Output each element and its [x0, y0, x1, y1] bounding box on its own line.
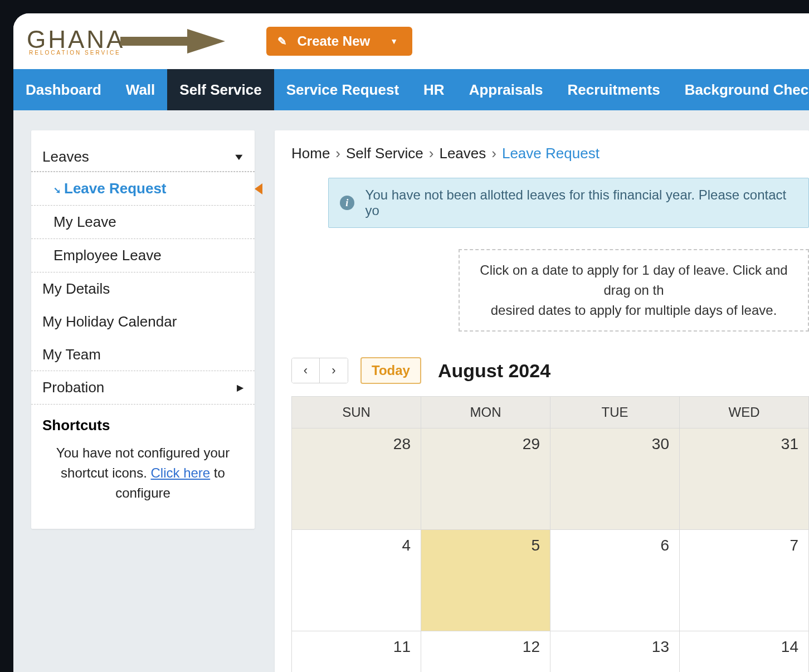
calendar-header: ‹ › Today August 2024: [291, 357, 809, 384]
breadcrumb-sep: ›: [491, 145, 496, 162]
calendar-cell[interactable]: 30: [550, 428, 680, 529]
calendar-day-header: TUE: [550, 397, 680, 428]
sidebar-section-leaves[interactable]: Leaves ▼: [31, 144, 255, 172]
breadcrumb-sep: ›: [335, 145, 340, 162]
calendar-cell-today[interactable]: 5: [421, 529, 550, 631]
sidebar-item-my-details[interactable]: My Details: [31, 272, 255, 305]
sidebar-item-label: Probation: [42, 379, 104, 396]
calendar-week-row: 4 5 6 7: [292, 529, 809, 631]
breadcrumb-sep: ›: [429, 145, 434, 162]
nav-recruitments[interactable]: Recruitments: [555, 69, 672, 110]
nav-wall[interactable]: Wall: [114, 69, 167, 110]
nav-self-service[interactable]: Self Service: [167, 69, 274, 110]
calendar-cell[interactable]: 12: [421, 631, 550, 672]
info-icon: i: [340, 196, 354, 210]
caret-down-icon: ▼: [390, 37, 398, 46]
calendar-cell[interactable]: 29: [421, 428, 550, 529]
calendar-header-row: SUN MON TUE WED: [292, 397, 809, 428]
calendar-next-button[interactable]: ›: [320, 358, 348, 383]
hint-box: Click on a date to apply for 1 day of le…: [459, 249, 809, 332]
logo-text: GHANA: [27, 27, 125, 52]
calendar-day-header: MON: [421, 397, 550, 428]
calendar-day-header: WED: [680, 397, 809, 428]
calendar-cell[interactable]: 6: [550, 529, 680, 631]
pencil-icon: ✎: [277, 35, 287, 48]
breadcrumb-self-service[interactable]: Self Service: [346, 145, 423, 162]
calendar-grid: SUN MON TUE WED 28 29 30 31 4 5 6 7: [291, 396, 809, 672]
nav-background-check[interactable]: Background Check: [672, 69, 809, 110]
caret-down-icon: ▼: [233, 152, 245, 162]
navbar: Dashboard Wall Self Service Service Requ…: [13, 69, 809, 110]
calendar-week-row: 28 29 30 31: [292, 428, 809, 529]
sidebar-shortcuts-title: Shortcuts: [31, 405, 255, 440]
breadcrumb: Home › Self Service › Leaves › Leave Req…: [291, 145, 809, 162]
breadcrumb-leaves[interactable]: Leaves: [439, 145, 486, 162]
calendar-cell[interactable]: 7: [680, 529, 809, 631]
sidebar: Leaves ▼ ➘Leave Request My Leave Employe…: [31, 130, 255, 529]
calendar-nav: ‹ ›: [291, 358, 348, 383]
calendar-cell[interactable]: 28: [292, 428, 421, 529]
sidebar-item-leave-request[interactable]: ➘Leave Request: [31, 172, 255, 206]
arrow-diag-icon: ➘: [53, 185, 61, 196]
breadcrumb-home[interactable]: Home: [291, 145, 330, 162]
calendar-cell[interactable]: 11: [292, 631, 421, 672]
hint-line: desired dates to apply for multiple days…: [475, 300, 792, 320]
create-new-label: Create New: [297, 33, 370, 49]
calendar-week-row: 11 12 13 14: [292, 631, 809, 672]
caret-right-icon: ▶: [237, 382, 243, 393]
nav-appraisals[interactable]: Appraisals: [457, 69, 555, 110]
sidebar-item-my-team[interactable]: My Team: [31, 338, 255, 371]
alert-banner: i You have not been allotted leaves for …: [328, 178, 809, 228]
alert-text: You have not been allotted leaves for th…: [365, 187, 797, 218]
calendar-today-button[interactable]: Today: [360, 357, 421, 384]
calendar-day-header: SUN: [292, 397, 421, 428]
calendar-prev-button[interactable]: ‹: [292, 358, 320, 383]
arrow-icon: [120, 27, 226, 56]
hint-line: Click on a date to apply for 1 day of le…: [475, 260, 792, 300]
sidebar-shortcuts-text: You have not configured your shortcut ic…: [31, 440, 255, 507]
sidebar-item-employee-leave[interactable]: Employee Leave: [31, 239, 255, 272]
breadcrumb-current: Leave Request: [502, 145, 600, 162]
shortcuts-configure-link[interactable]: Click here: [151, 465, 211, 480]
sidebar-section-probation[interactable]: Probation ▶: [31, 371, 255, 405]
main-panel: Home › Self Service › Leaves › Leave Req…: [275, 130, 809, 672]
sidebar-item-my-leave[interactable]: My Leave: [31, 206, 255, 239]
topbar: GHANA RELOCATION SERVICE ✎ Create New ▼: [13, 13, 809, 69]
sidebar-item-label: Employee Leave: [53, 247, 162, 264]
calendar-cell[interactable]: 14: [680, 631, 809, 672]
sidebar-item-my-holiday-calendar[interactable]: My Holiday Calendar: [31, 305, 255, 338]
logo: GHANA RELOCATION SERVICE: [27, 27, 226, 56]
nav-hr[interactable]: HR: [411, 69, 457, 110]
calendar-cell[interactable]: 31: [680, 428, 809, 529]
sidebar-item-label: My Leave: [53, 213, 116, 230]
sidebar-item-label: Leave Request: [64, 180, 167, 197]
calendar-cell[interactable]: 4: [292, 529, 421, 631]
nav-dashboard[interactable]: Dashboard: [13, 69, 114, 110]
nav-service-request[interactable]: Service Request: [274, 69, 411, 110]
calendar-month-title: August 2024: [438, 360, 550, 382]
create-new-button[interactable]: ✎ Create New ▼: [266, 27, 412, 56]
logo-subtext: RELOCATION SERVICE: [29, 50, 125, 56]
sidebar-section-leaves-label: Leaves: [42, 148, 89, 165]
calendar-cell[interactable]: 13: [550, 631, 680, 672]
